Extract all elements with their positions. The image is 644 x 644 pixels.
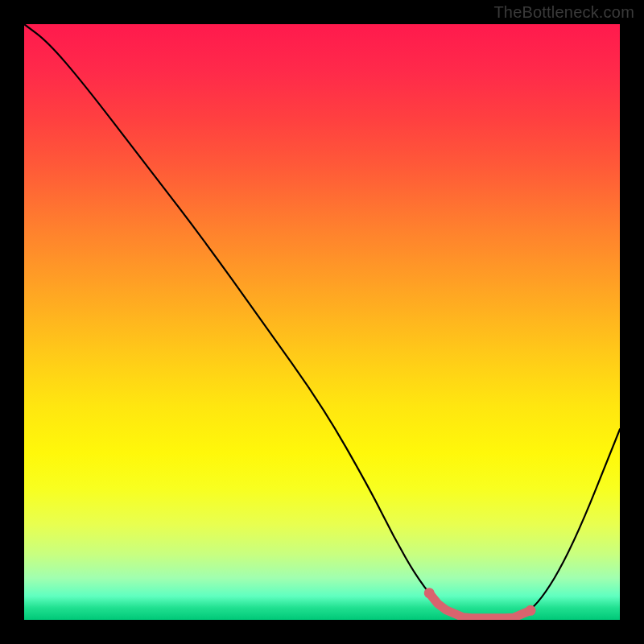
highlight-segment — [429, 593, 530, 618]
highlight-dot-right — [526, 605, 536, 616]
plot-area — [24, 24, 620, 620]
highlight-dot-left — [424, 588, 435, 598]
watermark-text: TheBottleneck.com — [493, 3, 634, 22]
bottleneck-curve-line — [24, 24, 620, 618]
chart-svg — [24, 24, 620, 620]
